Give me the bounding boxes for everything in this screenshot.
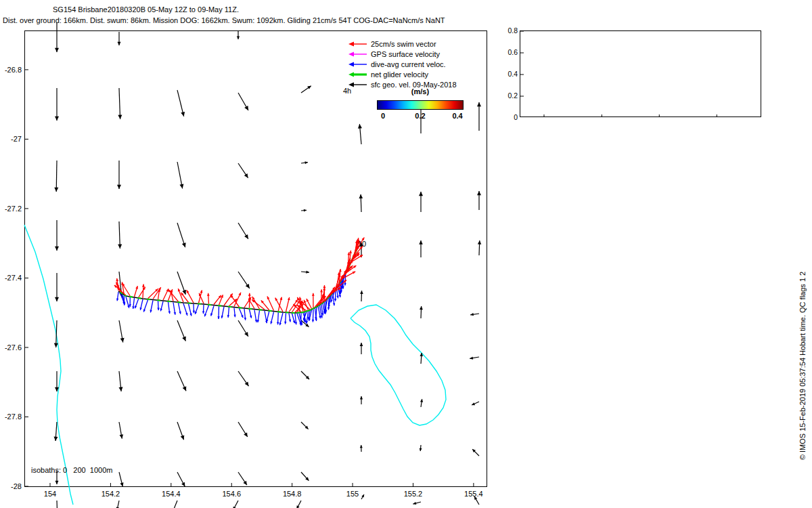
figure-title: SG154 Brisbane20180320B 05-May 12Z to 09… <box>53 5 239 14</box>
map-panel <box>24 30 487 487</box>
map-x-tick-label: 154.4 <box>156 490 186 499</box>
geo-velocity-arrow <box>233 501 238 508</box>
map-colorbar-tick-label: 0 <box>373 112 393 121</box>
map-colorbar <box>377 100 464 110</box>
legend-item: GPS surface velocity <box>348 49 457 59</box>
map-y-tick-label: -27.4 <box>1 274 22 282</box>
isobaths-label: isobaths: 0 200 1000m <box>31 466 112 475</box>
legend-arrow-icon <box>348 70 368 79</box>
velocity-y-tick-label: 0.4 <box>499 70 518 78</box>
legend-item: net glider velocity <box>348 69 457 79</box>
map-x-tick-label: 154.8 <box>277 490 307 499</box>
legend-item-label: dive-avg current veloc. <box>371 60 446 68</box>
map-y-tick-label: -28 <box>1 482 22 491</box>
map-x-tick-label: 154 <box>35 490 65 499</box>
map-colorbar-tick-label: 0.2 <box>410 112 430 121</box>
velocity-y-tick-label: 0.2 <box>499 91 518 100</box>
map-legend: 25cm/s swim vectorGPS surface velocitydi… <box>348 39 457 89</box>
map-y-tick-label: -27 <box>1 135 22 144</box>
map-x-tick-label: 155.4 <box>459 490 489 499</box>
geo-velocity-arrow <box>57 501 58 508</box>
figure-root: SG154 Brisbane20180320B 05-May 12Z to 09… <box>0 0 812 508</box>
map-x-tick-label: 155.2 <box>398 490 428 499</box>
map-colorbar-title: (m/s) <box>377 87 464 96</box>
legend-arrow-icon <box>348 50 368 58</box>
imos-credit: © IMOS 15-Feb-2019 05:37:54 Hobart time.… <box>798 272 807 460</box>
map-y-tick-label: -27.8 <box>1 412 22 421</box>
map-colorbar-tick-label: 0.4 <box>447 112 468 121</box>
velocity-panel <box>520 30 761 117</box>
track-dive-number-label: 10 <box>358 240 366 249</box>
legend-item: dive-avg current veloc. <box>348 59 457 69</box>
geo-velocity-arrow <box>413 502 421 504</box>
velocity-y-tick-label: 0 <box>499 113 518 121</box>
geo-velocity-arrow <box>117 501 119 508</box>
figure-subtitle: Dist. over ground: 166km. Dist. swum: 86… <box>3 16 445 25</box>
map-y-tick-label: -26.8 <box>1 66 22 75</box>
geo-velocity-arrow <box>296 501 301 508</box>
legend-arrow-icon <box>348 60 368 68</box>
velocity-y-tick-label: 0.6 <box>499 48 518 56</box>
map-y-tick-label: -27.2 <box>1 205 22 213</box>
geo-velocity-arrow <box>173 501 177 508</box>
legend-item-label: GPS surface velocity <box>371 50 440 58</box>
legend-window-label: 4h <box>343 87 351 96</box>
legend-item-label: 25cm/s swim vector <box>371 40 436 48</box>
map-x-tick-label: 154.6 <box>217 490 246 499</box>
map-x-tick-label: 154.2 <box>95 490 125 499</box>
legend-item: 25cm/s swim vector <box>348 39 457 49</box>
geo-velocity-arrow-head <box>296 505 299 508</box>
legend-item-label: net glider velocity <box>371 70 428 79</box>
legend-arrow-icon <box>348 40 368 48</box>
velocity-plot <box>520 31 761 117</box>
map-y-tick-label: -27.6 <box>1 343 22 352</box>
velocity-y-tick-label: 0.8 <box>499 26 518 35</box>
geo-velocity-arrow-head <box>413 502 416 505</box>
map-x-tick-label: 155 <box>338 490 367 499</box>
